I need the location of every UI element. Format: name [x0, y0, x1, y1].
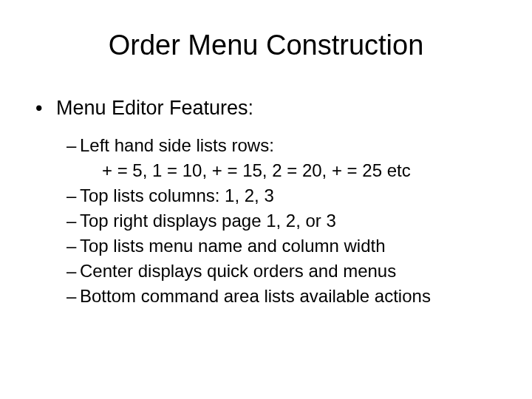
list-item: –Center displays quick orders and menus — [66, 259, 502, 284]
list-item-text: Left hand side lists rows: — [80, 135, 274, 155]
dash-icon: – — [66, 259, 80, 284]
list-item-sub: + = 5, 1 = 10, + = 15, 2 = 20, + = 25 et… — [102, 158, 502, 183]
list-item: –Bottom command area lists available act… — [66, 284, 502, 309]
bullet-icon: • — [35, 97, 56, 120]
list-item-text: Top right displays page 1, 2, or 3 — [80, 211, 336, 231]
list-item-text: Center displays quick orders and menus — [80, 261, 396, 281]
list-item: –Top right displays page 1, 2, or 3 — [66, 208, 502, 233]
dash-icon: – — [66, 183, 80, 208]
list-item-text: Top lists menu name and column width — [80, 236, 386, 256]
list-item: –Left hand side lists rows: — [66, 133, 502, 158]
list-item-text: Bottom command area lists available acti… — [80, 286, 431, 306]
feature-heading: •Menu Editor Features: — [35, 97, 502, 120]
dash-icon: – — [66, 233, 80, 259]
slide-title: Order Menu Construction — [30, 30, 502, 61]
feature-list: –Left hand side lists rows: + = 5, 1 = 1… — [66, 133, 502, 310]
dash-icon: – — [66, 133, 80, 158]
list-item: –Top lists columns: 1, 2, 3 — [66, 183, 502, 208]
dash-icon: – — [66, 208, 80, 233]
list-item: –Top lists menu name and column width — [66, 233, 502, 259]
list-item-text: Top lists columns: 1, 2, 3 — [80, 185, 274, 205]
feature-heading-text: Menu Editor Features: — [56, 97, 253, 119]
dash-icon: – — [66, 284, 80, 309]
list-item-text: + = 5, 1 = 10, + = 15, 2 = 20, + = 25 et… — [102, 160, 411, 180]
